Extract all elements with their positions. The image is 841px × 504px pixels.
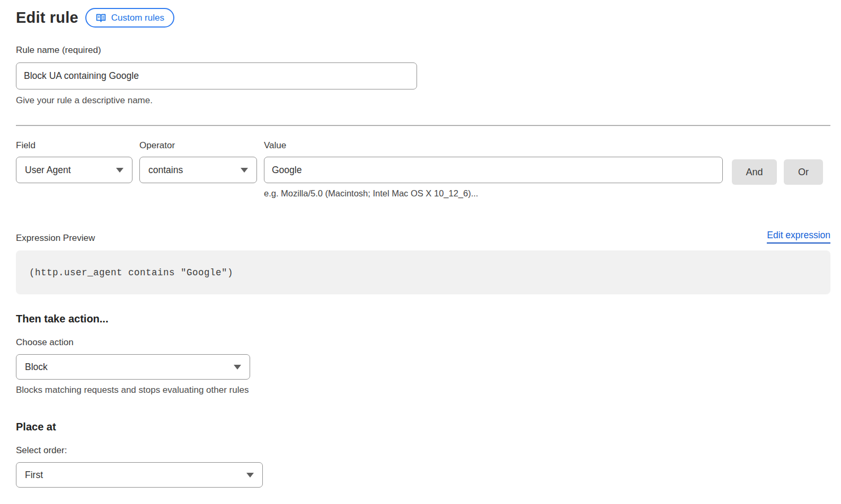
- action-help: Blocks matching requests and stops evalu…: [16, 385, 830, 395]
- expression-header: Expression Preview Edit expression: [16, 230, 830, 244]
- field-select-value: User Agent: [25, 165, 71, 176]
- choose-action-label: Choose action: [16, 337, 830, 348]
- custom-rules-badge-label: Custom rules: [111, 13, 164, 23]
- value-hint: e.g. Mozilla/5.0 (Macintosh; Intel Mac O…: [264, 188, 723, 199]
- rule-name-label: Rule name (required): [16, 45, 830, 56]
- rule-name-input[interactable]: [16, 62, 417, 89]
- action-heading: Then take action...: [16, 313, 830, 325]
- chevron-down-icon: [116, 168, 123, 173]
- open-book-icon: [95, 12, 107, 23]
- operator-label: Operator: [139, 140, 257, 151]
- action-select-value: Block: [25, 362, 48, 373]
- or-button[interactable]: Or: [784, 159, 823, 185]
- value-input[interactable]: [264, 157, 723, 183]
- order-select-value: First: [25, 470, 43, 481]
- rule-name-help: Give your rule a descriptive name.: [16, 95, 830, 106]
- custom-rules-badge[interactable]: Custom rules: [85, 8, 174, 28]
- action-select[interactable]: Block: [16, 354, 250, 380]
- operator-select-value: contains: [148, 165, 183, 176]
- expression-preview-label: Expression Preview: [16, 233, 95, 244]
- expression-code: (http.user_agent contains "Google"): [29, 267, 233, 278]
- field-label: Field: [16, 140, 132, 151]
- action-section: Then take action... Choose action Block …: [16, 313, 830, 395]
- section-divider: [16, 125, 830, 126]
- chevron-down-icon: [234, 365, 241, 370]
- header: Edit rule Custom rules: [16, 8, 830, 28]
- and-button[interactable]: And: [732, 159, 777, 185]
- edit-expression-link[interactable]: Edit expression: [767, 230, 830, 244]
- expression-preview-box: (http.user_agent contains "Google"): [16, 250, 830, 294]
- field-select[interactable]: User Agent: [16, 157, 132, 183]
- chevron-down-icon: [246, 473, 254, 478]
- operator-select[interactable]: contains: [139, 157, 257, 183]
- chevron-down-icon: [241, 168, 248, 173]
- place-at-heading: Place at: [16, 421, 830, 433]
- page-title: Edit rule: [16, 9, 78, 26]
- placement-section: Place at Select order: First: [16, 421, 830, 488]
- rule-name-section: Rule name (required) Give your rule a de…: [16, 45, 830, 106]
- value-label: Value: [264, 140, 723, 151]
- select-order-label: Select order:: [16, 445, 830, 456]
- edit-rule-page: Edit rule Custom rules Rule name (requir…: [0, 0, 841, 488]
- condition-row: Field User Agent Operator contains Value…: [16, 140, 830, 199]
- order-select[interactable]: First: [16, 462, 263, 488]
